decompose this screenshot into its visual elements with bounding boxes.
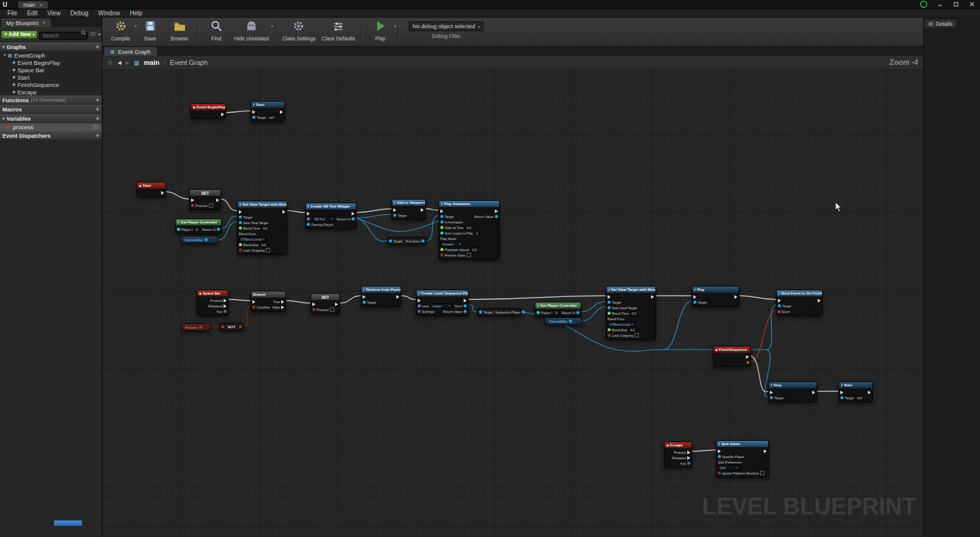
menu-window[interactable]: Window	[93, 9, 125, 17]
obj-pin[interactable]	[389, 239, 392, 242]
obj-pin[interactable]	[307, 223, 310, 226]
obj-pin[interactable]	[205, 238, 208, 241]
graph-canvas[interactable]: ☆ ◀ ▶ ▦ main › Event Graph Zoom -4 ◆Even…	[102, 56, 923, 537]
node-text-actor-mini[interactable]: TargetText Actor	[387, 237, 426, 245]
obj-pin[interactable]	[576, 311, 579, 314]
dropdown[interactable]: master▾	[430, 303, 452, 309]
exec-pin[interactable]	[421, 208, 424, 212]
obj-pin[interactable]	[693, 301, 696, 304]
section-functions[interactable]: Functions (19 Overridable) +	[0, 96, 102, 105]
float-pin[interactable]	[440, 248, 443, 251]
obj-pin[interactable]	[718, 455, 721, 458]
eye-icon[interactable]	[92, 125, 99, 129]
dropdown[interactable]: VTBlend Linear▾	[608, 321, 635, 327]
obj-pin[interactable]	[770, 396, 773, 399]
exec-pin[interactable]	[608, 295, 611, 299]
boolchk-pin[interactable]	[608, 334, 611, 337]
node-create-level-sequence-player[interactable]: ƒCreate Level Sequence PlayerLevel Seque…	[416, 290, 469, 316]
bool-pin[interactable]	[252, 306, 255, 309]
node-start-event[interactable]: ◆Start	[137, 182, 166, 197]
toolbar-find[interactable]: Find	[202, 19, 231, 42]
value-chip[interactable]: 0.0	[630, 311, 638, 316]
exec-pin[interactable]	[868, 391, 871, 394]
exec-pin[interactable]	[252, 300, 255, 304]
sidebar-item-eventgraph[interactable]: ▾▦EventGraph	[0, 51, 102, 59]
node-set-view-target-2[interactable]: ƒSet View Target with BlendTargetNew Vie…	[606, 286, 656, 340]
struct-pin[interactable]	[224, 310, 227, 313]
exec-pin[interactable]	[764, 449, 767, 453]
chevron-down-icon[interactable]: ▾	[271, 24, 273, 28]
obj-pin[interactable]	[464, 304, 467, 307]
window-tab-main[interactable]: main	[18, 1, 48, 9]
struct-pin[interactable]	[687, 462, 690, 465]
toolbar-class-settings[interactable]: Class Settings	[279, 19, 318, 42]
variable-row-process[interactable]: process	[0, 123, 102, 131]
node-add-to-viewport[interactable]: ƒAdd to ViewportTarget	[391, 199, 426, 220]
exec-pin[interactable]	[393, 208, 396, 212]
toolbar-class-defaults[interactable]: Class Defaults	[318, 19, 358, 42]
close-icon[interactable]	[39, 3, 43, 7]
chevron-down-icon[interactable]: ▾	[98, 32, 100, 37]
exec-pin[interactable]	[335, 302, 338, 306]
del-pin[interactable]	[778, 310, 780, 313]
obj-pin[interactable]	[440, 220, 443, 223]
node-play-sequence[interactable]: ƒPlayTarget	[692, 286, 739, 307]
node-play-animation[interactable]: ƒPlay AnimationTargetReturn ValueIn Anim…	[439, 200, 500, 260]
obj-pin[interactable]	[239, 221, 242, 224]
obj-pin[interactable]	[464, 310, 467, 313]
value-chip[interactable]: 0.0	[260, 242, 268, 247]
exec-pin[interactable]	[216, 198, 219, 202]
del-pin[interactable]	[747, 361, 749, 364]
exec-pin[interactable]	[307, 212, 310, 216]
obj-pin[interactable]	[608, 306, 611, 309]
add-macro-button[interactable]: +	[96, 106, 99, 113]
node-sequence-player-mini[interactable]: TargetSequence Player	[477, 308, 521, 316]
obj-pin[interactable]	[479, 310, 482, 314]
checkbox[interactable]	[467, 253, 471, 257]
sidebar-item-event-beginplay[interactable]: ◆Event BeginPlay	[0, 59, 102, 66]
exec-pin[interactable]	[778, 299, 781, 302]
node-get-player-controller-2[interactable]: ƒGet Player ControllerPlayer Index0Retur…	[535, 302, 581, 317]
node-remove-from-parent[interactable]: ƒRemove from ParentTarget	[361, 286, 401, 307]
checkbox[interactable]	[635, 333, 639, 337]
int-pin[interactable]	[537, 311, 540, 314]
exec-pin[interactable]	[191, 198, 194, 202]
node-set-view-target-1[interactable]: ƒSet View Target with BlendTargetNew Vie…	[237, 201, 287, 255]
dropdown[interactable]: Forward▾	[440, 241, 462, 247]
exec-pin[interactable]	[239, 210, 242, 214]
close-button[interactable]	[964, 0, 980, 9]
exec-pin[interactable]	[718, 449, 721, 453]
node-event-beginplay[interactable]: ◆Event BeginPlay	[190, 103, 226, 119]
add-dispatcher-button[interactable]: +	[96, 132, 99, 139]
exec-pin[interactable]	[495, 209, 498, 213]
exec-pin[interactable]	[221, 113, 224, 116]
float-pin[interactable]	[608, 312, 611, 315]
debug-object-dropdown[interactable]: No debug object selected▾	[409, 21, 484, 31]
value-chip[interactable]: 0.0	[628, 328, 636, 332]
node-space-bar-event[interactable]: ◆Space BarPressedReleasedKey	[197, 290, 228, 316]
value-chip[interactable]: self	[855, 396, 864, 400]
forward-icon[interactable]: ▶	[126, 60, 129, 66]
obj-pin[interactable]	[393, 214, 396, 217]
section-graphs[interactable]: ▾ Graphs +	[0, 42, 102, 51]
obj-pin[interactable]	[352, 217, 355, 220]
breadcrumb-main[interactable]: main	[144, 59, 160, 66]
eye-icon[interactable]	[89, 32, 96, 37]
checkbox[interactable]	[209, 203, 213, 208]
exec-pin[interactable]	[352, 212, 355, 216]
section-event-dispatchers[interactable]: Event Dispatchers +	[0, 131, 102, 140]
exec-pin[interactable]	[252, 110, 255, 114]
int-pin[interactable]	[177, 228, 180, 231]
obj-pin[interactable]	[421, 239, 424, 242]
float-pin[interactable]	[239, 227, 242, 230]
sel-pin[interactable]	[418, 304, 421, 307]
exec-pin[interactable]	[687, 451, 690, 454]
sel-pin[interactable]	[307, 217, 310, 220]
obj-pin[interactable]	[440, 215, 443, 218]
exec-pin[interactable]	[746, 355, 749, 359]
tab-my-blueprint[interactable]: My Blueprint	[1, 18, 51, 27]
sidebar-item-start[interactable]: ◆Start	[0, 73, 102, 81]
bool-pin[interactable]	[239, 325, 242, 328]
menu-view[interactable]: View	[42, 9, 66, 17]
toolbar-play[interactable]: Play▾	[366, 19, 395, 42]
